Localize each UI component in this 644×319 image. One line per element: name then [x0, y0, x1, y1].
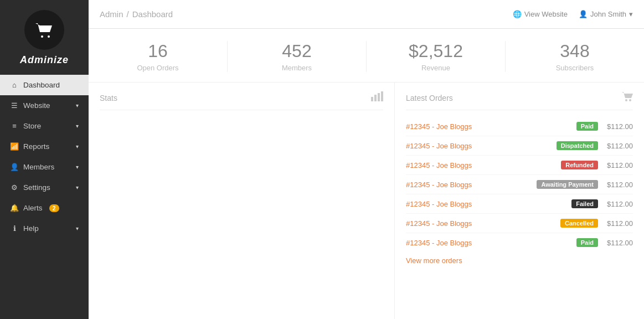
sidebar-item-dashboard[interactable]: ⌂ Dashboard: [0, 75, 89, 95]
order-link[interactable]: #12345 - Joe Bloggs: [406, 122, 573, 131]
table-row: #12345 - Joe BloggsCancelled$112.00: [406, 214, 633, 233]
stat-open-orders-value: 16: [89, 41, 227, 61]
stats-panel-title: Stats: [100, 94, 117, 102]
order-amount: $112.00: [598, 219, 633, 228]
order-amount: $112.00: [598, 181, 633, 189]
table-row: #12345 - Joe BloggsFailed$112.00: [406, 194, 633, 214]
sidebar-item-website[interactable]: ☰ Website ▾: [0, 95, 89, 116]
topbar: Admin / Dashboard 🌐 View Website 👤 John …: [89, 0, 644, 29]
help-icon: ℹ: [10, 224, 19, 233]
view-more-orders-link[interactable]: View more orders: [406, 252, 462, 265]
order-status-badge: Failed: [571, 199, 598, 208]
order-link[interactable]: #12345 - Joe Bloggs: [406, 161, 558, 169]
orders-panel: Latest Orders #12345 - Joe BloggsPaid$11…: [395, 83, 644, 319]
table-row: #12345 - Joe BloggsPaid$112.00: [406, 117, 633, 136]
order-status-badge: Refunded: [561, 161, 598, 169]
members-icon: 👤: [10, 163, 19, 171]
sidebar-nav: ⌂ Dashboard ☰ Website ▾ ≡ Store ▾ 📶 Repo…: [0, 75, 89, 239]
svg-rect-2: [371, 97, 373, 101]
table-row: #12345 - Joe BloggsRefunded$112.00: [406, 156, 633, 175]
breadcrumb: Admin / Dashboard: [100, 9, 173, 19]
order-amount: $112.00: [598, 142, 633, 150]
chart-icon: [371, 91, 383, 104]
sidebar-label-help: Help: [23, 224, 39, 233]
order-link[interactable]: #12345 - Joe Bloggs: [406, 219, 557, 228]
orders-list: #12345 - Joe BloggsPaid$112.00#12345 - J…: [406, 117, 633, 252]
chevron-down-icon: ▾: [76, 184, 79, 191]
globe-icon: 🌐: [513, 10, 522, 18]
stat-revenue: $2,512 Revenue: [367, 41, 506, 72]
sidebar-item-reports[interactable]: 📶 Reports ▾: [0, 136, 89, 157]
main-content: Admin / Dashboard 🌐 View Website 👤 John …: [89, 0, 644, 319]
home-icon: ⌂: [10, 81, 19, 89]
stat-open-orders-label: Open Orders: [89, 64, 227, 72]
sidebar-item-help[interactable]: ℹ Help ▾: [0, 218, 89, 239]
store-icon: ≡: [10, 122, 19, 130]
svg-rect-3: [374, 95, 377, 101]
chart-area: [100, 117, 383, 228]
order-status-badge: Paid: [576, 122, 598, 131]
breadcrumb-root: Admin: [100, 9, 123, 19]
order-amount: $112.00: [598, 239, 633, 247]
logo-area: Adminize: [0, 0, 89, 75]
sidebar-label-alerts: Alerts: [23, 204, 43, 212]
orders-cart-icon: [622, 91, 633, 104]
user-chevron-icon: ▾: [629, 10, 633, 18]
user-name: John Smith: [590, 10, 626, 18]
sidebar-item-settings[interactable]: ⚙ Settings ▾: [0, 177, 89, 198]
cart-icon: [35, 22, 53, 38]
topbar-right: 🌐 View Website 👤 John Smith ▾: [513, 10, 633, 18]
stat-revenue-value: $2,512: [367, 41, 505, 61]
order-status-badge: Dispatched: [557, 141, 598, 150]
view-website-label: View Website: [524, 10, 568, 18]
reports-icon: 📶: [10, 142, 19, 151]
user-icon: 👤: [579, 10, 588, 18]
order-link[interactable]: #12345 - Joe Bloggs: [406, 142, 553, 150]
order-status-badge: Awaiting Payment: [537, 180, 598, 189]
order-link[interactable]: #12345 - Joe Bloggs: [406, 200, 568, 208]
svg-point-6: [625, 99, 627, 101]
orders-panel-title: Latest Orders: [406, 94, 453, 102]
chevron-down-icon: ▾: [76, 225, 79, 231]
table-row: #12345 - Joe BloggsAwaiting Payment$112.…: [406, 175, 633, 194]
svg-rect-5: [381, 91, 383, 101]
breadcrumb-current: Dashboard: [132, 9, 173, 19]
sidebar-label-members: Members: [23, 163, 54, 171]
alerts-icon: 🔔: [10, 204, 19, 212]
stat-members-value: 452: [228, 41, 366, 61]
sidebar-label-dashboard: Dashboard: [23, 81, 60, 89]
stat-subscribers: 348 Subscribers: [506, 41, 644, 72]
order-status-badge: Paid: [576, 238, 598, 247]
order-amount: $112.00: [598, 200, 633, 208]
sidebar-label-reports: Reports: [23, 142, 49, 151]
user-menu[interactable]: 👤 John Smith ▾: [579, 10, 633, 18]
logo-circle: [24, 10, 64, 50]
stat-subscribers-value: 348: [506, 41, 644, 61]
table-row: #12345 - Joe BloggsDispatched$112.00: [406, 136, 633, 156]
stat-revenue-label: Revenue: [367, 64, 505, 72]
website-icon: ☰: [10, 101, 19, 110]
content-area: Stats Latest Orders: [89, 83, 644, 319]
chevron-down-icon: ▾: [76, 143, 79, 150]
chevron-down-icon: ▾: [76, 123, 79, 129]
view-website-link[interactable]: 🌐 View Website: [513, 10, 568, 18]
sidebar-item-store[interactable]: ≡ Store ▾: [0, 116, 89, 136]
alerts-badge: 2: [49, 204, 59, 212]
order-amount: $112.00: [598, 122, 633, 131]
sidebar-item-members[interactable]: 👤 Members ▾: [0, 157, 89, 177]
svg-point-7: [629, 99, 631, 101]
order-link[interactable]: #12345 - Joe Bloggs: [406, 239, 573, 247]
stat-open-orders: 16 Open Orders: [89, 41, 228, 72]
order-link[interactable]: #12345 - Joe Bloggs: [406, 181, 533, 189]
sidebar-label-website: Website: [23, 101, 50, 110]
chevron-down-icon: ▾: [76, 102, 79, 109]
sidebar: Adminize ⌂ Dashboard ☰ Website ▾ ≡ Store…: [0, 0, 89, 319]
stat-subscribers-label: Subscribers: [506, 64, 644, 72]
stats-panel: Stats: [89, 83, 395, 319]
sidebar-label-store: Store: [23, 122, 41, 130]
chevron-down-icon: ▾: [76, 164, 79, 170]
logo-text: Adminize: [20, 54, 69, 66]
order-amount: $112.00: [598, 161, 633, 169]
orders-panel-header: Latest Orders: [406, 91, 633, 110]
sidebar-item-alerts[interactable]: 🔔 Alerts 2: [0, 198, 89, 218]
